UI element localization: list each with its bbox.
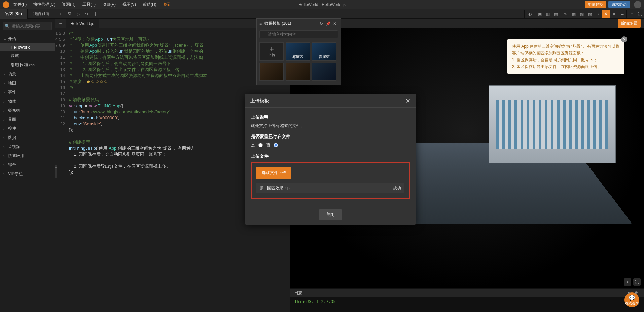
fx-tile-3[interactable] (259, 63, 284, 81)
grid2-icon[interactable]: ▨ (586, 10, 594, 18)
image-icon[interactable]: ▧ (578, 10, 586, 18)
fx-close-icon[interactable]: ✕ (331, 21, 338, 26)
upload-box: 选取文件上传 🗐 园区效果.zip 成功 (251, 162, 410, 199)
overwrite-title: 是否覆盖已存在文件 (251, 133, 410, 140)
select-file-button[interactable]: 选取文件上传 (256, 167, 291, 179)
edit-scene-button[interactable]: 编辑场景 (618, 19, 641, 28)
upload-desc-text: 此处支持上传zip格式的文件。 (251, 123, 410, 129)
shuffle-icon[interactable]: ✕ (610, 10, 618, 18)
upload-file-title: 上传文件 (251, 153, 410, 159)
tree-av[interactable]: 音视频 (0, 142, 55, 151)
tab-official[interactable]: 官方 (85) (0, 9, 28, 19)
scene-tooltip: ✕ 使用 App 创建的三维空间称之为 "场景" 。有两种方法可以将客户端保存的… (507, 39, 624, 74)
music-icon[interactable]: ♪ (594, 10, 602, 18)
locate-icon[interactable]: ⌖ (624, 278, 631, 286)
sidebar-tree: 开始 HelloWorld 调试 引用 js 和 css 场景 地图 事件 物体… (0, 33, 55, 312)
fullscreen-icon[interactable]: ⛶ (633, 278, 641, 286)
tip-line-3: 2. 园区保存后导出tjs文件，在园区资源面板上传。 (512, 63, 620, 70)
share-icon[interactable]: ↪ (82, 10, 91, 18)
menu-quickcode[interactable]: 快捷代码(C) (33, 0, 56, 9)
tree-helloworld[interactable]: HelloWorld (0, 43, 55, 51)
tooltip-close-icon[interactable]: ✕ (621, 36, 627, 42)
fx-search-input[interactable] (259, 30, 338, 38)
effect-template-panel: ≡ 效果模板 (101) ↻ 📌 ✕ ＋ 上传 雾霾蓝 青崖蓝 (256, 18, 341, 85)
left-toolbar: ＋ 🖫 ▷ ↪ ⭳ (56, 10, 100, 18)
tree-scene[interactable]: 场景 (0, 70, 55, 79)
log-label: 日志 (294, 290, 625, 296)
menu-resource[interactable]: 资源(R) (61, 0, 76, 9)
tree-data[interactable]: 数据 (0, 133, 55, 142)
fx-title: 效果模板 (101) (264, 21, 318, 26)
run-icon[interactable]: ▷ (74, 10, 82, 18)
radio-no[interactable] (274, 143, 278, 147)
request-model-button[interactable]: 申请建模 (585, 1, 606, 8)
fx-pin-icon[interactable]: 📌 (325, 21, 331, 26)
app-logo (3, 1, 9, 8)
modal-close-button[interactable]: 关闭 (319, 209, 342, 220)
file-status: 成功 (393, 185, 401, 191)
cloud-icon[interactable]: ☁ (618, 10, 626, 18)
menu-bar: 文件(F) 快捷代码(C) 资源(R) 工具(T) 项目(P) 视图(V) 帮助… (0, 0, 644, 9)
menu-icon[interactable]: ≡ (628, 10, 636, 18)
file-list-icon[interactable]: ≣ (59, 21, 62, 26)
tree-start[interactable]: 开始 (0, 34, 55, 43)
fx-refresh-icon[interactable]: ↻ (318, 21, 325, 26)
layers-icon[interactable]: ▤ (552, 10, 560, 18)
tree-quickapp[interactable]: 快速应用 (0, 151, 55, 160)
fx-menu-icon[interactable]: ≡ (259, 21, 262, 26)
panel-collapse-handle[interactable]: ‹‹ (55, 165, 57, 178)
radio-yes[interactable] (258, 143, 263, 147)
user-avatar[interactable] (634, 1, 641, 8)
menu-view[interactable]: 视图(V) (122, 0, 137, 9)
tree-object[interactable]: 物体 (0, 97, 55, 106)
expand-icon[interactable]: ⛶ (636, 10, 644, 18)
online-chat-fab[interactable]: 💬 在线咨询 (624, 292, 639, 307)
fx-upload-tile[interactable]: ＋ 上传 (259, 42, 284, 61)
menubar-right: 申请建模 请求协助 (585, 1, 641, 8)
menu-help[interactable]: 帮助(H) (142, 0, 157, 9)
window-title: HelloWorld - HelloWorld.js (298, 2, 346, 7)
menu-signin[interactable]: 签到 (163, 0, 172, 9)
radio-no-label: 否 (266, 142, 270, 148)
tree-camera[interactable]: 摄像机 (0, 106, 55, 115)
tree-debug[interactable]: 调试 (0, 51, 55, 61)
sidebar-search-wrap: 🔍 (0, 19, 55, 33)
sidebar-search-input[interactable] (3, 22, 52, 30)
new-icon[interactable]: ＋ (56, 10, 65, 18)
menu-tools[interactable]: 工具(T) (82, 0, 96, 9)
menu-file[interactable]: 文件(F) (13, 0, 27, 9)
globe-icon[interactable]: ◐ (526, 10, 534, 18)
tip-line-1: 使用 App 创建的三维空间称之为 "场景" 。有两种方法可以将客户端保存的园区… (512, 43, 620, 56)
plus-icon: ＋ (268, 46, 275, 52)
request-help-button[interactable]: 请求协助 (608, 1, 630, 8)
fx-tile-4[interactable] (286, 63, 310, 81)
modal-footer: 关闭 (245, 205, 416, 225)
tree-ui[interactable]: 界面 (0, 115, 55, 124)
tab-mine[interactable]: 我的 (16) (28, 9, 55, 19)
tree-import-js-css[interactable]: 引用 js 和 css (0, 61, 55, 70)
fx-tile-2[interactable]: 青崖蓝 (312, 42, 336, 61)
tree-vip[interactable]: VIP专栏 (0, 169, 55, 179)
save-icon[interactable]: 🖫 (65, 10, 74, 18)
tree-composite[interactable]: 综合 (0, 160, 55, 169)
scene-building (489, 85, 616, 163)
effect-template-icon[interactable]: ❖ (602, 10, 610, 18)
fx-tile-1[interactable]: 雾霾蓝 (286, 42, 310, 61)
modal-close-icon[interactable]: ✕ (405, 97, 410, 105)
tree-control[interactable]: 控件 (0, 124, 55, 133)
fx-tile-5[interactable] (312, 63, 336, 81)
fab-label: 在线咨询 (625, 301, 639, 306)
cube-icon[interactable]: ▣ (536, 10, 544, 18)
grid1-icon[interactable]: ▦ (570, 10, 578, 18)
scene-controls: ⌖ ⛶ (624, 278, 641, 286)
menu-project[interactable]: 项目(P) (102, 0, 116, 9)
download-icon[interactable]: ⭳ (91, 10, 100, 18)
tree-event[interactable]: 事件 (0, 88, 55, 97)
upload-desc-title: 上传说明 (251, 114, 410, 120)
tree-map[interactable]: 地图 (0, 79, 55, 88)
chat-icon: 💬 (629, 295, 635, 301)
panel-icon[interactable]: ▥ (544, 10, 552, 18)
refresh-icon[interactable]: ⟲ (562, 10, 570, 18)
file-tab-helloworld[interactable]: HelloWorld.js (66, 20, 99, 28)
file-tabs: ≣ HelloWorld.js (55, 19, 290, 28)
